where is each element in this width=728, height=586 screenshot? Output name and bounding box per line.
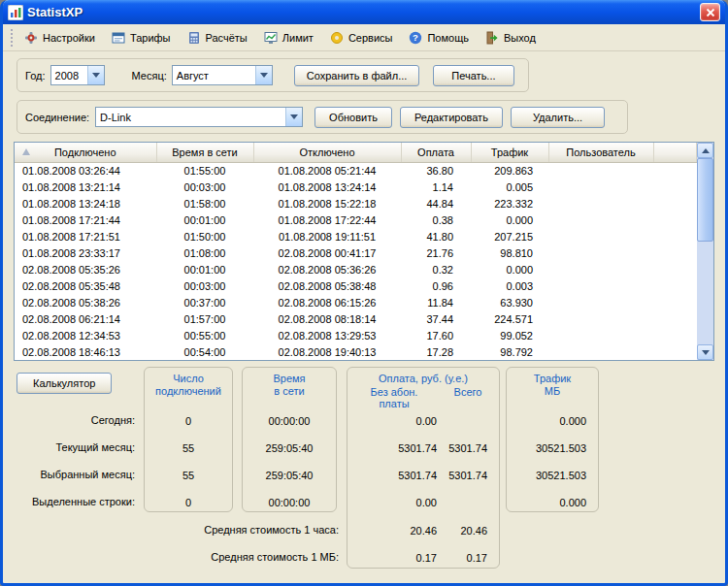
toolbar-item-exit[interactable]: Выход xyxy=(484,30,536,46)
table-cell: 00:37:00 xyxy=(156,294,253,310)
payment-selected-month: 5301.74 5301.74 xyxy=(349,469,491,482)
time-selected-rows: 00:00:00 xyxy=(243,496,336,509)
help-icon: ? xyxy=(408,30,423,46)
connection-select[interactable]: D-Link xyxy=(95,107,303,127)
table-cell: 01.08.2008 17:22:44 xyxy=(253,212,401,228)
table-cell xyxy=(548,310,653,327)
payment-selected-rows: 0.00 xyxy=(349,496,491,509)
connections-header: Число подключений xyxy=(145,373,232,398)
table-cell: 02.08.2008 06:21:14 xyxy=(15,310,156,327)
table-cell xyxy=(548,261,653,277)
table-cell-filler xyxy=(653,244,697,261)
connection-value: D-Link xyxy=(96,112,285,123)
table-cell: 01:55:00 xyxy=(156,162,253,179)
print-button[interactable]: Печать... xyxy=(433,65,513,86)
table-row[interactable]: 02.08.2008 05:35:2600:01:0002.08.2008 05… xyxy=(15,261,697,277)
table-cell: 01.08.2008 19:11:51 xyxy=(253,228,401,244)
connections-current: 55 xyxy=(145,441,232,455)
table-cell: 17.60 xyxy=(401,327,471,343)
table-row[interactable]: 01.08.2008 03:26:4401:55:0001.08.2008 05… xyxy=(15,162,697,179)
table-cell: 00:01:00 xyxy=(156,212,253,228)
table-cell: 0.38 xyxy=(401,212,471,228)
table-row[interactable]: 02.08.2008 05:35:4800:03:0002.08.2008 05… xyxy=(15,277,697,294)
summary-panel: Калькулятор Сегодня: Текущий месяц: Выбр… xyxy=(17,367,717,572)
table-cell: 17.28 xyxy=(401,343,471,360)
year-value: 2008 xyxy=(51,70,87,81)
connections-selected-month: 55 xyxy=(145,469,232,482)
column-header-disconnected[interactable]: Отключено xyxy=(253,143,401,162)
toolbar-item-settings[interactable]: Настройки xyxy=(23,30,95,46)
close-button[interactable] xyxy=(700,3,720,21)
traffic-selected-month: 30521.503 xyxy=(507,469,598,482)
summary-box-payment: Оплата, руб. (у.е.) Без абон. платы Всег… xyxy=(347,367,500,569)
table-row[interactable]: 01.08.2008 13:24:1801:58:0001.08.2008 15… xyxy=(15,195,697,212)
table-grid: Подключено Время в сети Отключено Оплата… xyxy=(15,143,697,360)
table-row[interactable]: 02.08.2008 05:38:2600:37:0002.08.2008 06… xyxy=(15,294,697,310)
table-cell: 01.08.2008 05:21:44 xyxy=(253,162,401,179)
summary-row-label-selected-rows: Выделенные строки: xyxy=(17,495,135,508)
toolbar-item-calculations[interactable]: Расчёты xyxy=(186,30,248,46)
year-select[interactable]: 2008 xyxy=(50,65,105,85)
month-select-button[interactable] xyxy=(255,66,272,84)
connection-select-button[interactable] xyxy=(285,108,302,126)
column-header-duration[interactable]: Время в сети xyxy=(156,143,253,162)
month-select[interactable]: Август xyxy=(172,65,273,85)
toolbar-item-label: Сервисы xyxy=(348,32,393,44)
traffic-selected-rows: 0.000 xyxy=(507,496,598,509)
toolbar: Настройки Тарифы Расчёты Лимит Сервисы ?… xyxy=(3,24,725,51)
scroll-down-button[interactable] xyxy=(697,344,713,360)
table-row[interactable]: 02.08.2008 18:46:1300:54:0002.08.2008 19… xyxy=(15,343,697,360)
close-icon xyxy=(706,8,715,17)
summary-box-traffic: Трафик МБ 0.000 30521.503 30521.503 0.00… xyxy=(506,367,599,512)
table-cell: 01:50:00 xyxy=(156,228,253,244)
column-header-payment[interactable]: Оплата xyxy=(401,143,471,162)
year-select-button[interactable] xyxy=(87,66,104,84)
table-cell: 01.08.2008 03:26:44 xyxy=(15,162,156,179)
arrow-down-icon xyxy=(702,350,710,355)
table-cell-filler xyxy=(653,343,697,360)
table-cell xyxy=(548,195,653,212)
scroll-up-button[interactable] xyxy=(697,143,713,158)
table-row[interactable]: 01.08.2008 23:33:1701:08:0002.08.2008 00… xyxy=(15,244,697,261)
scrollbar-track[interactable] xyxy=(697,242,713,344)
table-row[interactable]: 02.08.2008 06:21:1401:57:0002.08.2008 08… xyxy=(15,310,697,327)
table-cell xyxy=(548,343,653,360)
delete-button[interactable]: Удалить... xyxy=(511,107,605,128)
table-cell-filler xyxy=(653,162,697,179)
toolbar-item-limit[interactable]: Лимит xyxy=(263,30,314,46)
time-today: 00:00:00 xyxy=(243,414,336,428)
chevron-down-icon xyxy=(260,73,268,78)
table-cell: 02.08.2008 00:41:17 xyxy=(253,244,401,261)
chevron-down-icon xyxy=(290,114,298,119)
tariffs-icon xyxy=(111,30,126,46)
save-to-file-button[interactable]: Сохранить в файл... xyxy=(294,65,420,86)
table-cell: 41.80 xyxy=(401,228,471,244)
summary-row-label-current: Текущий месяц: xyxy=(17,440,135,454)
table-row[interactable]: 01.08.2008 13:21:1400:03:0001.08.2008 13… xyxy=(15,179,697,195)
edit-button[interactable]: Редактировать xyxy=(400,107,503,128)
column-header-user[interactable]: Пользователь xyxy=(548,143,653,162)
column-header-connected[interactable]: Подключено xyxy=(15,143,156,162)
refresh-button[interactable]: Обновить xyxy=(314,107,392,128)
table-row[interactable]: 02.08.2008 12:34:5300:55:0002.08.2008 13… xyxy=(15,327,697,343)
table-cell xyxy=(548,294,653,310)
table-cell-filler xyxy=(653,310,697,327)
app-window: StatistXP Настройки Тарифы Расчёты Лимит… xyxy=(0,0,728,586)
table-cell: 01.08.2008 13:21:14 xyxy=(15,179,156,195)
table-cell: 00:55:00 xyxy=(156,327,253,343)
calculator-button[interactable]: Калькулятор xyxy=(17,373,112,394)
table-cell: 01:58:00 xyxy=(156,195,253,212)
table-row[interactable]: 01.08.2008 17:21:4400:01:0001.08.2008 17… xyxy=(15,212,697,228)
table-row[interactable]: 01.08.2008 17:21:5101:50:0001.08.2008 19… xyxy=(15,228,697,244)
scrollbar-thumb[interactable] xyxy=(697,158,713,242)
time-header: Время в сети xyxy=(243,373,336,398)
table-cell xyxy=(548,212,653,228)
sort-icon xyxy=(22,148,30,155)
toolbar-item-tariffs[interactable]: Тарифы xyxy=(111,30,171,46)
column-header-traffic[interactable]: Трафик xyxy=(471,143,548,162)
table-cell-filler xyxy=(653,261,697,277)
toolbar-item-help[interactable]: ? Помощь xyxy=(408,30,469,46)
table-cell: 224.571 xyxy=(471,310,548,327)
vertical-scrollbar[interactable] xyxy=(697,143,713,360)
toolbar-item-services[interactable]: Сервисы xyxy=(329,30,393,46)
